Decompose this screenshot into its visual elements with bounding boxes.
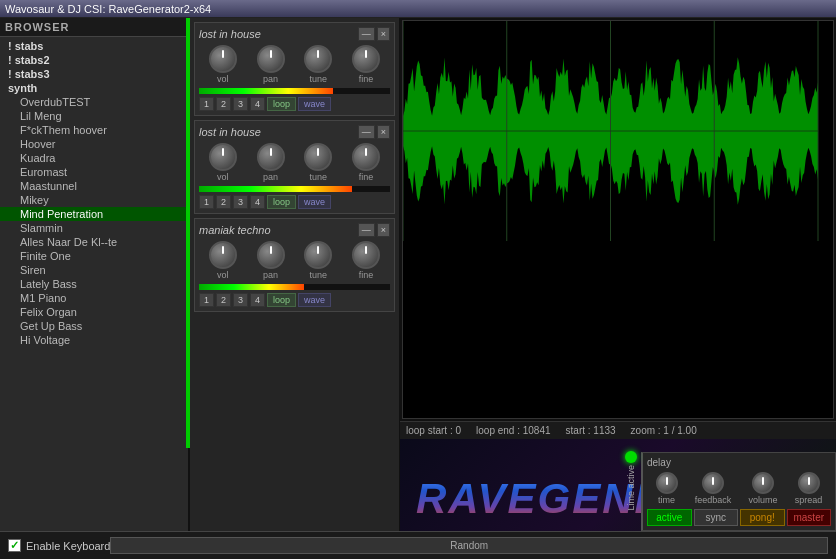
browser-item[interactable]: Mind Penetration	[0, 207, 188, 221]
browser-item[interactable]: Get Up Bass	[0, 319, 188, 333]
tune-knob[interactable]	[304, 143, 332, 171]
channel-num-btn-2[interactable]: 2	[216, 195, 231, 209]
delay-spread-knob[interactable]	[798, 472, 820, 494]
channel-close-btn[interactable]: ×	[377, 223, 390, 237]
channel-close-btn[interactable]: ×	[377, 125, 390, 139]
channel-num-btn-4[interactable]: 4	[250, 97, 265, 111]
channel-minimize-btn[interactable]: —	[358, 27, 375, 41]
channel-num-btn-3[interactable]: 3	[233, 195, 248, 209]
browser-item[interactable]: Mikey	[0, 193, 188, 207]
delay-pong!-btn[interactable]: pong!	[740, 509, 785, 526]
channel-num-btn-3[interactable]: 3	[233, 293, 248, 307]
fine-knob[interactable]	[352, 143, 380, 171]
knob-pan: pan	[257, 241, 285, 280]
channel-num-btn-2[interactable]: 2	[216, 97, 231, 111]
browser-item[interactable]: Siren	[0, 263, 188, 277]
channel-bottom-buttons[interactable]: 1234loopwave	[199, 195, 390, 209]
tune-knob-label: tune	[310, 172, 328, 182]
browser-item[interactable]: Maastunnel	[0, 179, 188, 193]
channel-wave-btn[interactable]: wave	[298, 195, 331, 209]
browser-item[interactable]: Alles Naar De Kl--te	[0, 235, 188, 249]
browser-item[interactable]: Lately Bass	[0, 277, 188, 291]
channel-loop-btn[interactable]: loop	[267, 97, 296, 111]
browser-list[interactable]: ! stabs! stabs2! stabs3synthOverdubTESTL…	[0, 37, 188, 559]
level-fill	[199, 284, 304, 290]
delay-buttons-row[interactable]: activesyncpong!master	[647, 509, 831, 526]
lime-dot	[625, 451, 637, 463]
random-button[interactable]: Random	[110, 537, 828, 554]
delay-feedback-label: feedback	[695, 495, 732, 505]
enable-keyboard-checkbox[interactable]: ✓	[8, 539, 21, 552]
browser-item[interactable]: M1 Piano	[0, 291, 188, 305]
channel-num-btn-1[interactable]: 1	[199, 97, 214, 111]
channel-num-btn-4[interactable]: 4	[250, 195, 265, 209]
fine-knob-label: fine	[359, 74, 374, 84]
browser-item[interactable]: Kuadra	[0, 151, 188, 165]
channel-bottom-buttons[interactable]: 1234loopwave	[199, 293, 390, 307]
browser-item[interactable]: Lil Meng	[0, 109, 188, 123]
vol-knob[interactable]	[209, 241, 237, 269]
level-bar	[199, 284, 390, 290]
browser-item[interactable]: ! stabs2	[0, 53, 188, 67]
delay-knob-feedback: feedback	[695, 472, 732, 505]
pan-knob[interactable]	[257, 45, 285, 73]
level-fill	[199, 88, 333, 94]
channel-header: lost in house—×	[199, 27, 390, 41]
channel-strip-0: lost in house—×volpantunefine1234loopwav…	[194, 22, 395, 116]
vol-knob-label: vol	[217, 74, 229, 84]
channel-num-btn-1[interactable]: 1	[199, 293, 214, 307]
delay-volume-label: volume	[749, 495, 778, 505]
browser-item[interactable]: Hoover	[0, 137, 188, 151]
lime-indicator: Lime active	[621, 431, 641, 531]
channel-wave-btn[interactable]: wave	[298, 97, 331, 111]
vol-knob[interactable]	[209, 143, 237, 171]
channel-num-btn-2[interactable]: 2	[216, 293, 231, 307]
waveform-svg	[403, 21, 833, 418]
channel-close-btn[interactable]: ×	[377, 27, 390, 41]
pan-knob-label: pan	[263, 270, 278, 280]
delay-time-label: time	[658, 495, 675, 505]
delay-knob-time: time	[656, 472, 678, 505]
vol-knob-label: vol	[217, 172, 229, 182]
pan-knob[interactable]	[257, 241, 285, 269]
knob-tune: tune	[304, 143, 332, 182]
fine-knob[interactable]	[352, 45, 380, 73]
channel-wave-btn[interactable]: wave	[298, 293, 331, 307]
browser-item[interactable]: Finite One	[0, 249, 188, 263]
browser-item[interactable]: ! stabs3	[0, 67, 188, 81]
browser-accent	[186, 18, 190, 448]
browser-item[interactable]: OverdubTEST	[0, 95, 188, 109]
channel-minimize-btn[interactable]: —	[358, 125, 375, 139]
channel-bottom-buttons[interactable]: 1234loopwave	[199, 97, 390, 111]
channels-panel: lost in house—×volpantunefine1234loopwav…	[190, 18, 400, 559]
fine-knob[interactable]	[352, 241, 380, 269]
delay-feedback-knob[interactable]	[702, 472, 724, 494]
browser-item[interactable]: Felix Organ	[0, 305, 188, 319]
browser-item[interactable]: Hi Voltage	[0, 333, 188, 347]
delay-time-knob[interactable]	[656, 472, 678, 494]
vol-knob[interactable]	[209, 45, 237, 73]
delay-header: delay	[647, 457, 831, 468]
delay-master-btn[interactable]: master	[787, 509, 832, 526]
channel-loop-btn[interactable]: loop	[267, 293, 296, 307]
delay-volume-knob[interactable]	[752, 472, 774, 494]
delay-knobs-row: timefeedbackvolumespread	[647, 472, 831, 505]
knob-vol: vol	[209, 45, 237, 84]
browser-item[interactable]: synth	[0, 81, 188, 95]
channel-minimize-btn[interactable]: —	[358, 223, 375, 237]
channel-num-btn-4[interactable]: 4	[250, 293, 265, 307]
checkbox-checkmark: ✓	[10, 539, 19, 552]
level-fill	[199, 186, 352, 192]
browser-item[interactable]: Euromast	[0, 165, 188, 179]
pan-knob[interactable]	[257, 143, 285, 171]
channel-num-btn-3[interactable]: 3	[233, 97, 248, 111]
tune-knob[interactable]	[304, 45, 332, 73]
browser-item[interactable]: Slammin	[0, 221, 188, 235]
delay-sync-btn[interactable]: sync	[694, 509, 739, 526]
channel-num-btn-1[interactable]: 1	[199, 195, 214, 209]
browser-item[interactable]: ! stabs	[0, 39, 188, 53]
channel-loop-btn[interactable]: loop	[267, 195, 296, 209]
tune-knob[interactable]	[304, 241, 332, 269]
browser-item[interactable]: F*ckThem hoover	[0, 123, 188, 137]
delay-active-btn[interactable]: active	[647, 509, 692, 526]
